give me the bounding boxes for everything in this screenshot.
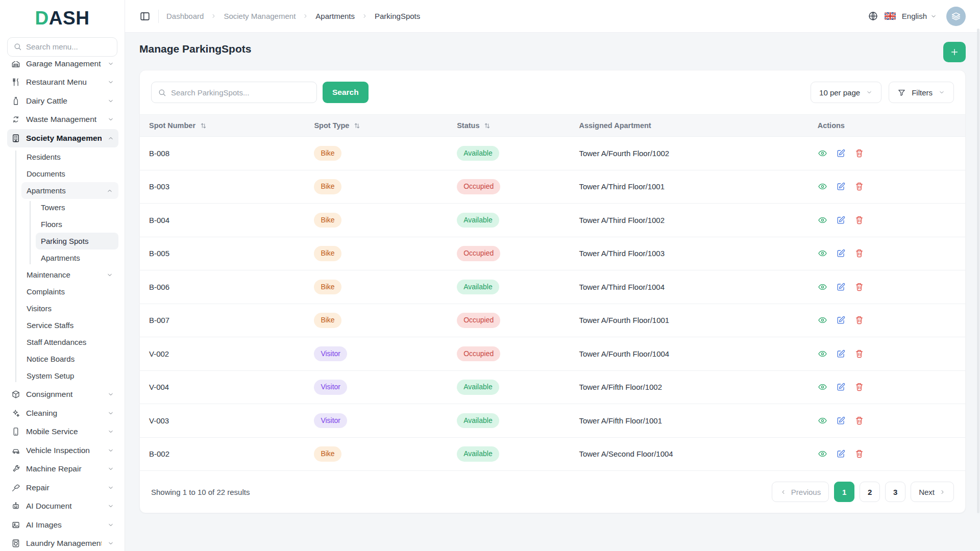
- hammer-icon: [11, 483, 20, 492]
- sidebar-item-cleaning[interactable]: Cleaning: [7, 404, 118, 423]
- sidebar-item-mobile-service[interactable]: Mobile Service: [7, 422, 118, 441]
- sidebar-item-complaints[interactable]: Complaints: [21, 283, 118, 300]
- column-header-spot-number[interactable]: Spot Number: [140, 121, 305, 130]
- spot-type-cell: Bike: [305, 280, 448, 295]
- sidebar-item-repair[interactable]: Repair: [7, 479, 118, 497]
- spot-number-cell: B-003: [140, 182, 305, 191]
- edit-button[interactable]: [836, 215, 846, 225]
- sidebar-item-documents[interactable]: Documents: [21, 165, 118, 182]
- sidebar-search-box[interactable]: [7, 37, 117, 57]
- sidebar-item-ai-document[interactable]: AI Document: [7, 497, 118, 516]
- sidebar-item-consignment[interactable]: Consignment: [7, 385, 118, 404]
- table-search-box[interactable]: [151, 82, 317, 103]
- spot-number-cell: V-003: [140, 416, 305, 425]
- view-button[interactable]: [818, 215, 827, 225]
- sidebar-item-vehicle-inspection[interactable]: Vehicle Inspection: [7, 441, 118, 460]
- edit-button[interactable]: [836, 282, 846, 292]
- sidebar-item-towers[interactable]: Towers: [36, 199, 118, 216]
- edit-button[interactable]: [836, 449, 846, 459]
- sidebar-item-ai-images[interactable]: AI Images: [7, 516, 118, 535]
- car-icon: [11, 446, 20, 455]
- sidebar-item-dairy-cattle[interactable]: Dairy Cattle: [7, 92, 118, 111]
- delete-button[interactable]: [854, 182, 864, 191]
- breadcrumb-society-management[interactable]: Society Management: [224, 12, 296, 20]
- view-button[interactable]: [818, 449, 827, 459]
- page-button-3[interactable]: 3: [885, 482, 905, 502]
- sidebar-item-maintenance[interactable]: Maintenance: [21, 266, 118, 283]
- delete-button[interactable]: [854, 148, 864, 158]
- add-parking-spot-button[interactable]: [943, 42, 966, 62]
- sidebar-item-apartments[interactable]: Apartments: [36, 249, 118, 266]
- sidebar-item-society-management[interactable]: Society Management: [7, 129, 118, 148]
- sidebar-item-residents[interactable]: Residents: [21, 148, 118, 165]
- edit-button[interactable]: [836, 248, 846, 258]
- page-button-2[interactable]: 2: [860, 482, 880, 502]
- edit-button[interactable]: [836, 382, 846, 392]
- spot-type-cell: Bike: [305, 313, 448, 328]
- delete-button[interactable]: [854, 315, 864, 325]
- delete-button[interactable]: [854, 248, 864, 258]
- sidebar-item-apartments[interactable]: Apartments: [21, 182, 118, 199]
- status-badge: Occupied: [457, 313, 500, 328]
- spot-type-cell: Visitor: [305, 413, 448, 429]
- view-button[interactable]: [818, 349, 827, 359]
- scrollbar[interactable]: [977, 29, 979, 513]
- sidebar-item-machine-repair[interactable]: Machine Repair: [7, 460, 118, 479]
- delete-button[interactable]: [854, 282, 864, 292]
- sidebar-item-parking-spots[interactable]: Parking Spots: [36, 233, 118, 249]
- edit-button[interactable]: [836, 148, 846, 158]
- sidebar-item-service-staffs[interactable]: Service Staffs: [21, 317, 118, 334]
- view-button[interactable]: [818, 182, 827, 191]
- search-button[interactable]: Search: [323, 82, 369, 103]
- sidebar-item-staff-attendances[interactable]: Staff Attendances: [21, 334, 118, 350]
- funnel-icon: [897, 88, 906, 97]
- delete-button[interactable]: [854, 215, 864, 225]
- spot-number-cell: B-005: [140, 249, 305, 258]
- sidebar-search-input[interactable]: [26, 42, 111, 51]
- per-page-select[interactable]: 10 per page: [811, 82, 881, 103]
- column-label: Status: [457, 121, 479, 130]
- breadcrumb-apartments[interactable]: Apartments: [315, 12, 355, 20]
- filters-button[interactable]: Filters: [889, 82, 954, 103]
- sidebar-item-label: Mobile Service: [26, 427, 102, 436]
- sidebar-item-floors[interactable]: Floors: [36, 216, 118, 233]
- breadcrumb-dashboard[interactable]: Dashboard: [166, 12, 204, 20]
- column-header-spot-type[interactable]: Spot Type: [305, 121, 448, 130]
- column-header-status[interactable]: Status: [448, 121, 570, 130]
- view-button[interactable]: [818, 416, 827, 425]
- status-cell: Available: [448, 413, 570, 429]
- previous-page-button[interactable]: Previous: [772, 482, 829, 502]
- sidebar-item-waste-management[interactable]: Waste Management: [7, 110, 118, 129]
- language-selector[interactable]: English: [902, 12, 937, 20]
- view-button[interactable]: [818, 382, 827, 392]
- next-page-button[interactable]: Next: [911, 482, 954, 502]
- edit-button[interactable]: [836, 315, 846, 325]
- washer-icon: [11, 539, 20, 548]
- sidebar-item-visitors[interactable]: Visitors: [21, 300, 118, 317]
- edit-button[interactable]: [836, 182, 846, 191]
- assigned-apartment-cell: Tower A/Fifth Floor/1002: [570, 383, 808, 391]
- avatar[interactable]: [946, 7, 966, 26]
- edit-button[interactable]: [836, 416, 846, 425]
- sidebar-item-system-setup[interactable]: System Setup: [21, 367, 118, 384]
- page-button-1[interactable]: 1: [834, 482, 854, 502]
- delete-button[interactable]: [854, 449, 864, 459]
- globe-icon[interactable]: [868, 11, 878, 21]
- delete-button[interactable]: [854, 382, 864, 392]
- delete-button[interactable]: [854, 416, 864, 425]
- view-button[interactable]: [818, 148, 827, 158]
- view-button[interactable]: [818, 315, 827, 325]
- table-search-input[interactable]: [171, 88, 310, 97]
- assigned-apartment-cell: Tower A/Second Floor/1004: [570, 449, 808, 458]
- edit-button[interactable]: [836, 349, 846, 359]
- view-button[interactable]: [818, 282, 827, 292]
- view-button[interactable]: [818, 248, 827, 258]
- sidebar-item-notice-boards[interactable]: Notice Boards: [21, 350, 118, 367]
- chevron-down-icon: [107, 428, 114, 435]
- sidebar-toggle-icon[interactable]: [139, 11, 151, 22]
- chevron-down-icon: [930, 13, 937, 20]
- sidebar-item-restaurant-menu[interactable]: Restaurant Menu: [7, 73, 118, 92]
- status-badge: Available: [457, 380, 499, 395]
- delete-button[interactable]: [854, 349, 864, 359]
- sidebar-item-laundry-management[interactable]: Laundry Management: [7, 534, 118, 551]
